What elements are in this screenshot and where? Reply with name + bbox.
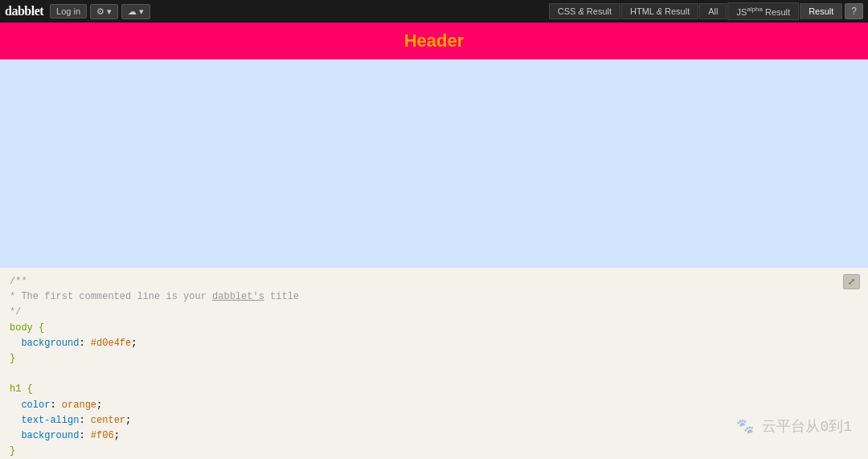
colon-4: : — [79, 430, 90, 441]
tab-css-result[interactable]: CSS & Result — [549, 3, 620, 19]
semi-1: ; — [131, 338, 137, 349]
code-line-7: h1 { — [10, 382, 858, 397]
selector-body: body { — [10, 322, 44, 334]
preview-header: Header — [0, 23, 868, 59]
code-line-10: background: #f06; — [10, 428, 858, 444]
prop-h1-background: background — [10, 430, 79, 441]
colon-3: : — [79, 415, 90, 426]
tab-html-result[interactable]: HTML & Result — [621, 3, 698, 19]
semi-3: ; — [125, 415, 131, 426]
val-color: orange — [62, 400, 96, 411]
help-button[interactable]: ? — [845, 3, 863, 19]
semi-2: ; — [96, 400, 102, 411]
cloud-button[interactable]: ☁ ▾ — [121, 4, 150, 19]
code-line-3: */ — [10, 305, 858, 320]
colon-1: : — [79, 338, 90, 349]
tab-all[interactable]: All — [699, 3, 727, 19]
comment-open: /** — [10, 276, 27, 287]
code-line-4: body { — [10, 321, 858, 336]
comment-title: * The first commented line is your dabbl… — [10, 291, 299, 302]
code-line-9: text-align: center; — [10, 413, 858, 428]
val-h1-bg: #f06 — [91, 430, 114, 441]
preview-area: Header — [0, 23, 868, 268]
prop-color: color — [10, 400, 50, 411]
prop-background: background — [10, 338, 79, 349]
selector-h1: h1 { — [10, 383, 33, 395]
code-line-8: color: orange; — [10, 398, 858, 413]
semi-4: ; — [114, 430, 120, 441]
colon-2: : — [50, 400, 61, 411]
code-line-blank — [10, 367, 858, 382]
tab-result[interactable]: Result — [800, 3, 842, 19]
tab-js-result[interactable]: JSalpha Result — [727, 2, 799, 20]
watermark: 🐾 云平台从0到1 — [736, 416, 852, 439]
code-line-6: } — [10, 351, 858, 367]
expand-button[interactable]: ⤢ — [843, 274, 860, 289]
editor-area[interactable]: ⤢ /** * The first commented line is your… — [0, 268, 868, 459]
code-line-11: } — [10, 444, 858, 459]
val-body-bg: #d0e4fe — [91, 338, 131, 349]
nav-tabs: CSS & Result HTML & Result All JSalpha R… — [549, 2, 863, 20]
code-line-5: background: #d0e4fe; — [10, 336, 858, 351]
prop-text-align: text-align — [10, 415, 79, 426]
close-h1: } — [10, 445, 15, 457]
logo: dabblet — [5, 4, 43, 18]
code-line-1: /** — [10, 274, 858, 289]
login-button[interactable]: Log in — [50, 4, 87, 18]
comment-close: */ — [10, 306, 21, 318]
settings-button[interactable]: ⚙ ▾ — [90, 4, 118, 19]
code-line-2: * The first commented line is your dabbl… — [10, 289, 858, 305]
val-text-align: center — [91, 415, 125, 426]
navbar: dabblet Log in ⚙ ▾ ☁ ▾ CSS & Result HTML… — [0, 0, 868, 23]
close-body: } — [10, 353, 15, 364]
